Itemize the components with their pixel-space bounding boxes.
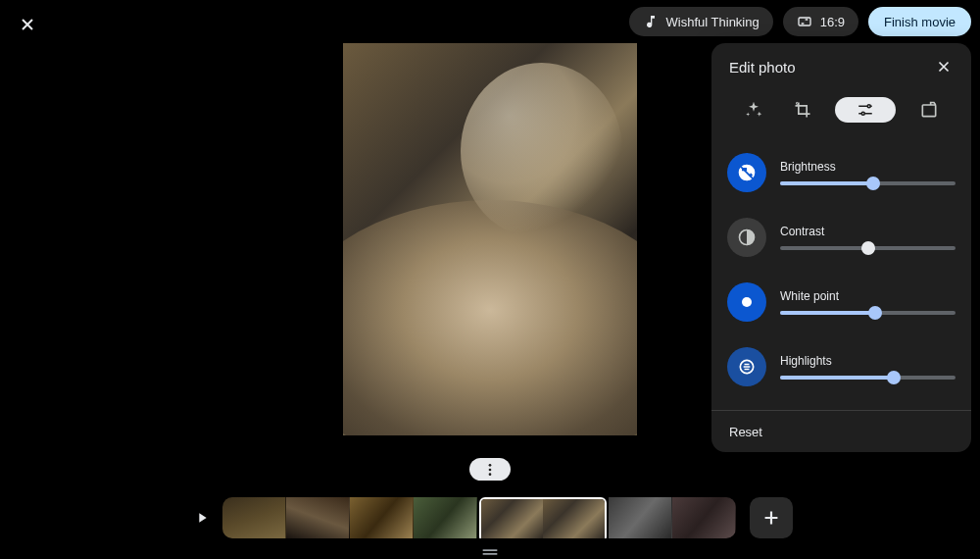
highlights-thumb[interactable] <box>887 371 901 384</box>
drag-handle[interactable] <box>479 547 501 557</box>
aspect-ratio-pill[interactable]: 16:9 <box>783 7 858 36</box>
plus-icon <box>760 507 782 529</box>
more-vert-icon <box>482 462 498 478</box>
svg-rect-0 <box>799 18 810 25</box>
timeline-clip[interactable] <box>350 497 414 538</box>
highlights-icon-wrap[interactable] <box>727 347 766 386</box>
highlights-icon <box>737 357 757 377</box>
brightness-thumb[interactable] <box>866 177 880 190</box>
close-button[interactable] <box>12 9 43 40</box>
timeline <box>0 490 980 544</box>
svg-point-9 <box>489 468 492 471</box>
finish-movie-label: Finish movie <box>884 15 956 29</box>
aspect-ratio-icon <box>797 14 812 29</box>
timeline-clip[interactable] <box>414 497 477 538</box>
adjust-controls: Brightness Contrast <box>711 141 971 410</box>
tab-enhance[interactable] <box>738 94 769 126</box>
play-button[interactable] <box>187 503 217 533</box>
edit-photo-panel: Edit photo Brightness <box>711 43 971 452</box>
whitepoint-label: White point <box>780 289 956 303</box>
control-brightness: Brightness <box>727 145 956 210</box>
svg-rect-3 <box>922 105 935 117</box>
reset-label: Reset <box>729 425 762 439</box>
preview-photo[interactable] <box>343 43 637 435</box>
svg-point-8 <box>489 464 492 467</box>
tab-crop[interactable] <box>787 94 818 126</box>
panel-title: Edit photo <box>729 59 796 76</box>
music-note-icon <box>643 14 659 29</box>
svg-point-10 <box>489 473 492 476</box>
tune-icon <box>857 101 874 119</box>
contrast-label: Contrast <box>780 225 956 238</box>
timeline-clip[interactable] <box>609 497 672 538</box>
svg-point-1 <box>868 105 871 108</box>
close-icon <box>935 58 953 76</box>
whitepoint-icon <box>737 292 757 312</box>
contrast-icon-wrap[interactable] <box>727 218 766 257</box>
sparkle-icon <box>744 100 763 120</box>
timeline-clip[interactable] <box>672 497 736 538</box>
reset-button[interactable]: Reset <box>729 425 762 439</box>
brightness-label: Brightness <box>780 160 956 174</box>
whitepoint-slider[interactable] <box>780 311 956 315</box>
svg-point-6 <box>742 297 752 307</box>
contrast-slider[interactable] <box>780 246 956 250</box>
timeline-clip[interactable] <box>222 497 286 538</box>
aspect-ratio-label: 16:9 <box>820 15 845 29</box>
tab-filters[interactable] <box>913 94 945 126</box>
control-white-point: White point <box>727 275 956 339</box>
close-icon <box>18 15 37 34</box>
drag-handle-icon <box>479 547 501 557</box>
brightness-slider[interactable] <box>780 181 956 185</box>
whitepoint-thumb[interactable] <box>868 306 882 320</box>
brightness-icon-wrap[interactable] <box>727 153 766 192</box>
finish-movie-button[interactable]: Finish movie <box>868 7 971 36</box>
highlights-label: Highlights <box>780 354 956 368</box>
add-clip-button[interactable] <box>750 497 793 538</box>
control-highlights: Highlights <box>727 339 956 404</box>
timeline-clip[interactable] <box>286 497 350 538</box>
more-options-button[interactable] <box>469 458 511 481</box>
svg-point-2 <box>862 112 865 115</box>
panel-close-button[interactable] <box>934 57 954 76</box>
whitepoint-icon-wrap[interactable] <box>727 282 766 322</box>
highlights-slider[interactable] <box>780 376 956 380</box>
control-contrast: Contrast <box>727 210 956 275</box>
tab-adjust[interactable] <box>835 97 896 123</box>
timeline-clip-selected[interactable] <box>479 497 607 538</box>
filter-frames-icon <box>919 100 939 120</box>
music-pill[interactable]: Wishful Thinking <box>629 7 773 36</box>
music-label: Wishful Thinking <box>666 15 760 29</box>
crop-rotate-icon <box>793 100 812 120</box>
contrast-thumb[interactable] <box>861 241 875 255</box>
play-icon <box>194 510 210 526</box>
exposure-icon <box>737 163 757 182</box>
contrast-icon <box>737 228 757 247</box>
